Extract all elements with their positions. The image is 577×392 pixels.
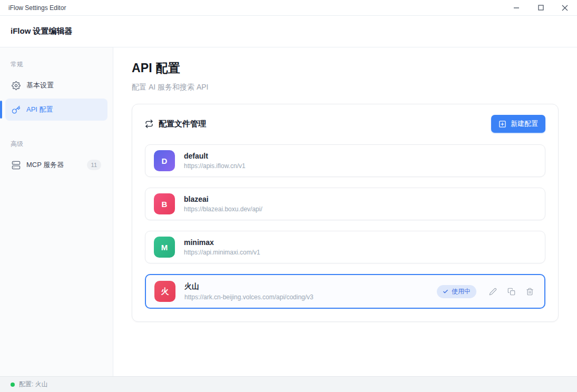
key-icon (12, 105, 21, 114)
minimize-icon (513, 5, 520, 11)
server-icon (12, 161, 21, 170)
status-dot (11, 383, 15, 387)
sidebar-item-label: API 配置 (26, 105, 53, 114)
avatar: B (154, 193, 175, 214)
swap-arrows-icon (145, 120, 153, 128)
window-controls (504, 0, 577, 15)
maximize-icon (538, 5, 544, 11)
profile-name: blazeai (184, 195, 262, 203)
profile-name: 火山 (184, 282, 314, 291)
sidebar-section-advanced: 高级 (5, 136, 107, 154)
sidebar-item-basic-settings[interactable]: 基本设置 (5, 74, 107, 96)
in-use-badge: 使用中 (437, 285, 476, 298)
app-title: iFlow 设置编辑器 (11, 26, 73, 36)
card-title: 配置文件管理 (159, 119, 206, 129)
sidebar-item-mcp-servers[interactable]: MCP 服务器 11 (5, 154, 107, 176)
title-bar: iFlow Settings Editor (0, 0, 577, 16)
close-icon (562, 5, 568, 11)
status-bar: 配置: 火山 (0, 376, 577, 392)
copy-icon (507, 288, 515, 296)
sidebar-item-label: MCP 服务器 (26, 160, 64, 170)
profile-row-huoshan[interactable]: 火 火山 https://ark.cn-beijing.volces.com/a… (145, 274, 545, 309)
main-content: API 配置 配置 AI 服务和搜索 API 配置文件管理 (113, 47, 577, 376)
profile-manager-card: 配置文件管理 新建配置 D default https:// (132, 104, 559, 322)
avatar: 火 (154, 281, 175, 302)
pencil-icon (489, 288, 497, 296)
profile-row-default[interactable]: D default https://apis.iflow.cn/v1 (145, 144, 545, 177)
profile-url: https://blazeai.boxu.dev/api/ (184, 205, 262, 213)
delete-profile-button[interactable] (525, 287, 535, 297)
close-button[interactable] (553, 0, 577, 15)
page-title: API 配置 (132, 60, 559, 76)
avatar: D (154, 150, 175, 171)
profile-name: minimax (184, 238, 260, 247)
profile-list: D default https://apis.iflow.cn/v1 B bla… (145, 144, 545, 309)
sidebar: 常规 基本设置 API 配置 高级 (0, 47, 113, 376)
page-subtitle: 配置 AI 服务和搜索 API (132, 83, 559, 92)
sidebar-item-api-config[interactable]: API 配置 (5, 99, 107, 121)
copy-profile-button[interactable] (506, 287, 516, 297)
profile-row-blazeai[interactable]: B blazeai https://blazeai.boxu.dev/api/ (145, 188, 545, 220)
profile-url: https://apis.iflow.cn/v1 (184, 162, 246, 170)
trash-icon (526, 288, 534, 296)
profile-url: https://ark.cn-beijing.volces.com/api/co… (184, 293, 314, 301)
mcp-count-badge: 11 (87, 160, 101, 170)
maximize-button[interactable] (529, 0, 553, 15)
sidebar-item-label: 基本设置 (26, 81, 54, 90)
plus-square-icon (498, 120, 506, 128)
app-header: iFlow 设置编辑器 (0, 16, 577, 47)
profile-name: default (184, 152, 246, 160)
profile-url: https://api.minimaxi.com/v1 (184, 249, 260, 256)
gear-icon (12, 81, 21, 90)
edit-profile-button[interactable] (488, 287, 498, 297)
sidebar-section-general: 常规 (5, 57, 107, 74)
avatar: M (154, 237, 175, 258)
check-icon (443, 289, 448, 295)
minimize-button[interactable] (504, 0, 529, 15)
profile-row-minimax[interactable]: M minimax https://api.minimaxi.com/v1 (145, 231, 545, 263)
card-header: 配置文件管理 新建配置 (145, 115, 545, 133)
new-profile-button-label: 新建配置 (511, 119, 538, 129)
window-title: iFlow Settings Editor (8, 4, 66, 12)
in-use-badge-label: 使用中 (452, 287, 471, 296)
new-profile-button[interactable]: 新建配置 (491, 115, 545, 133)
status-text: 配置: 火山 (19, 380, 48, 389)
